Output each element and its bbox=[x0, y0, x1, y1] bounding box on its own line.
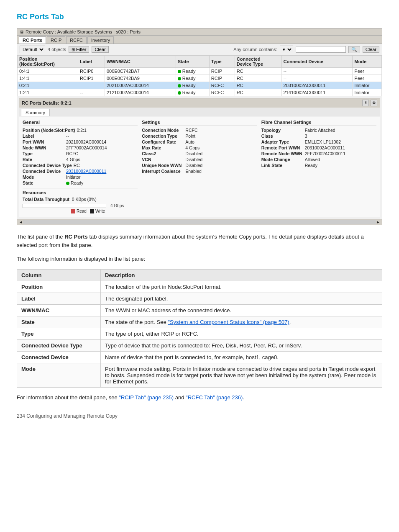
general-row: Connected Device20310002AC000011 bbox=[23, 169, 138, 174]
detail-header: RC Ports Details: 0:2:1 ℹ ⚙ bbox=[19, 98, 380, 108]
tab-rcfc[interactable]: RCFC bbox=[66, 36, 87, 44]
legend-write-label: Write bbox=[95, 209, 105, 213]
general-row: Connected Device TypeRC bbox=[23, 163, 138, 168]
search-icon-button[interactable]: 🔍 bbox=[348, 46, 360, 53]
resources-section: Resources Total Data Throughput 0 KBps (… bbox=[23, 188, 138, 213]
detail-icon-gear[interactable]: ⚙ bbox=[371, 100, 377, 106]
search-input[interactable] bbox=[296, 46, 346, 53]
detail-tab-summary[interactable]: Summary bbox=[21, 109, 50, 116]
detail-icon-info[interactable]: ℹ bbox=[362, 100, 369, 106]
detail-content: General Position (Node:Slot:Port)0:2:1La… bbox=[19, 116, 380, 217]
default-select[interactable]: Default bbox=[20, 46, 45, 53]
read-box bbox=[71, 209, 75, 213]
search-condition-select[interactable]: ▾ bbox=[280, 46, 293, 53]
table-row[interactable]: 0:4:1RCIP0000E0C742BA7ReadyRCIPRC--Peer bbox=[18, 68, 382, 75]
general-row: Port WWN20210002AC000014 bbox=[23, 139, 138, 144]
settings-row: Interrupt CoalesceEnabled bbox=[142, 169, 257, 174]
col-label: Label bbox=[78, 56, 105, 68]
col-wwn: WWN/MAC bbox=[105, 56, 176, 68]
info-col2-header: Description bbox=[101, 269, 382, 281]
window-icon: 🖥 bbox=[20, 30, 24, 34]
fc-row: Remote Node WWN2FF70002AC000011 bbox=[261, 151, 376, 156]
legend-row: Read Write bbox=[71, 209, 138, 213]
col-connected-device: Connected Device bbox=[281, 56, 353, 68]
page-title: RC Ports Tab bbox=[17, 13, 382, 21]
detail-section: RC Ports Details: 0:2:1 ℹ ⚙ Summary Gene… bbox=[19, 98, 380, 217]
fc-row: TopologyFabric Attached bbox=[261, 128, 376, 133]
description-para1: The list pane of the RC Ports tab displa… bbox=[17, 233, 382, 249]
info-row: ModePort firmware mode setting. Ports in… bbox=[17, 363, 382, 387]
detail-title: RC Ports Details: 0:2:1 bbox=[22, 100, 72, 105]
general-row: Rate4 Gbps bbox=[23, 157, 138, 162]
general-row: TypeRCFC bbox=[23, 151, 138, 156]
scroll-bar[interactable]: ◄ ► bbox=[17, 219, 382, 225]
settings-row: Connection ModeRCFC bbox=[142, 128, 257, 133]
progress-label: 4 Gbps bbox=[110, 203, 124, 208]
col-mode: Mode bbox=[353, 56, 382, 68]
settings-title: Settings bbox=[142, 120, 257, 126]
info-row: PositionThe location of the port in Node… bbox=[17, 281, 382, 293]
legend-read-label: Read bbox=[77, 209, 87, 213]
col-position: Position(Node:Slot:Port) bbox=[18, 56, 78, 68]
resources-title: Resources bbox=[23, 190, 138, 195]
write-box bbox=[90, 209, 94, 213]
progress-bar bbox=[23, 204, 106, 208]
info-row: LabelThe designated port label. bbox=[17, 293, 382, 304]
any-column-label: Any column contains: bbox=[233, 47, 277, 52]
detail-settings-col: Settings Connection ModeRCFCConnection T… bbox=[142, 120, 257, 213]
clear2-button[interactable]: Clear bbox=[363, 46, 379, 53]
info-row: StateThe state of the port. See "System … bbox=[17, 316, 382, 328]
filter-button[interactable]: ⊞ Filter bbox=[69, 46, 89, 53]
fc-row: Link StateReady bbox=[261, 163, 376, 168]
info-row: TypeThe type of port, either RCIP or RCF… bbox=[17, 328, 382, 339]
screenshot-box: 🖥 Remote Copy : Available Storage System… bbox=[17, 28, 382, 225]
legend-read: Read bbox=[71, 209, 87, 213]
general-row: StateReady bbox=[23, 180, 138, 185]
table-row[interactable]: 1:2:1--21210002AC000014ReadyRCFCRC214100… bbox=[18, 89, 382, 96]
status-dot bbox=[178, 70, 181, 73]
detail-fc-col: Fibre Channel Settings TopologyFabric At… bbox=[261, 120, 376, 213]
filter-icon: ⊞ bbox=[72, 47, 75, 52]
fc-row: Mode ChangeAllowed bbox=[261, 157, 376, 162]
page-number: 234 Configuring and Managing Remote Copy bbox=[17, 413, 382, 419]
clear-button[interactable]: Clear bbox=[92, 46, 108, 53]
settings-rows: Connection ModeRCFCConnection TypePointC… bbox=[142, 128, 257, 174]
state-dot bbox=[66, 182, 69, 185]
window-title: Remote Copy : Available Storage Systems … bbox=[26, 29, 141, 34]
general-row: Label-- bbox=[23, 134, 138, 139]
ports-table: Position(Node:Slot:Port) Label WWN/MAC S… bbox=[17, 55, 382, 96]
footer: For information about the detail pane, s… bbox=[17, 394, 382, 401]
objects-count: 4 objects bbox=[48, 47, 66, 52]
col-connected-device-type: ConnectedDevice Type bbox=[235, 56, 281, 68]
detail-tabs: Summary bbox=[19, 108, 380, 116]
status-dot bbox=[178, 77, 181, 80]
info-row: WWN/MACThe WWN or MAC address of the con… bbox=[17, 304, 382, 316]
settings-row: Class2Disabled bbox=[142, 151, 257, 156]
throughput-row: Total Data Throughput 0 KBps (0%) bbox=[23, 197, 138, 202]
description-para2: The following information is displayed i… bbox=[17, 255, 382, 263]
detail-header-icons: ℹ ⚙ bbox=[362, 100, 377, 106]
fc-row: Class3 bbox=[261, 134, 376, 139]
tab-rc-ports[interactable]: RC Ports bbox=[19, 36, 46, 44]
info-table: Column Description PositionThe location … bbox=[17, 269, 382, 388]
legend-write: Write bbox=[90, 209, 105, 213]
settings-row: Unique Node WWNDisabled bbox=[142, 163, 257, 168]
col-state: State bbox=[176, 56, 209, 68]
detail-general-col: General Position (Node:Slot:Port)0:2:1La… bbox=[23, 120, 138, 213]
table-row[interactable]: 0:2:1--20210002AC000014ReadyRCFCRC203100… bbox=[18, 82, 382, 89]
tab-inventory[interactable]: Inventory bbox=[87, 36, 114, 44]
tabs-row: RC Ports RCIP RCFC Inventory bbox=[17, 36, 382, 44]
settings-row: Configured RateAuto bbox=[142, 139, 257, 144]
toolbar-row: Default 4 objects ⊞ Filter Clear Any col… bbox=[17, 44, 382, 55]
tab-rcip[interactable]: RCIP bbox=[47, 36, 65, 44]
general-title: General bbox=[23, 120, 138, 126]
general-row: Position (Node:Slot:Port)0:2:1 bbox=[23, 128, 138, 133]
fc-row: Adapter TypeEMLLEX LP11002 bbox=[261, 139, 376, 144]
info-row: Connected Device TypeType of device that… bbox=[17, 339, 382, 351]
settings-row: Connection TypePoint bbox=[142, 134, 257, 139]
throughput-key: Total Data Throughput bbox=[23, 197, 69, 202]
general-row: ModeInitiator bbox=[23, 175, 138, 180]
table-row[interactable]: 1:4:1RCIP1000E0C742BA9ReadyRCIPRC--Peer bbox=[18, 75, 382, 82]
settings-row: Max Rate4 Gbps bbox=[142, 145, 257, 150]
throughput-val: 0 KBps (0%) bbox=[72, 197, 97, 202]
